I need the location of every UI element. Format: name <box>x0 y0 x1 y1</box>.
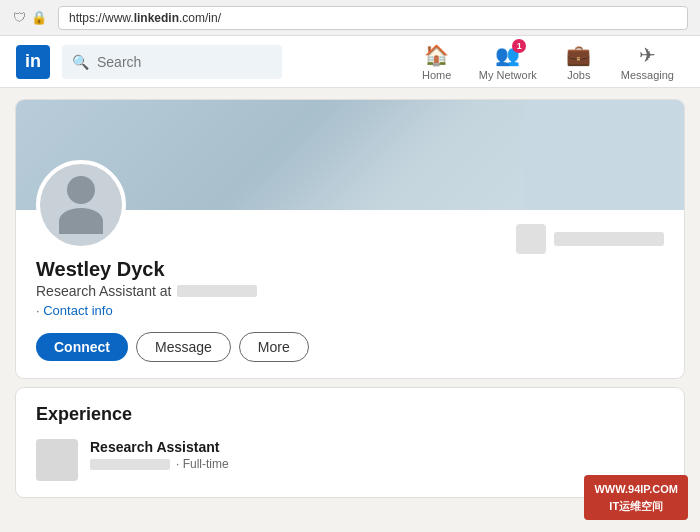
avatar <box>36 160 126 250</box>
lock-icon: 🔒 <box>32 11 46 25</box>
profile-action-placeholder <box>516 224 546 254</box>
profile-lower: Westley Dyck Research Assistant at Conta… <box>16 210 684 378</box>
avatar-head <box>67 176 95 204</box>
search-icon: 🔍 <box>72 54 89 70</box>
search-input[interactable] <box>97 54 257 70</box>
exp-type: · Full-time <box>176 457 229 471</box>
messaging-label: Messaging <box>621 69 674 81</box>
network-label: My Network <box>479 69 537 81</box>
experience-item: Research Assistant · Full-time <box>36 439 664 481</box>
network-icon: 👥 1 <box>495 43 520 67</box>
avatar-inner <box>40 164 122 246</box>
url-text: https://www.linkedin.com/in/ <box>69 11 221 25</box>
exp-company-placeholder <box>90 459 170 470</box>
linkedin-navbar: in 🔍 🏠 Home 👥 1 My Network 💼 Jobs ✈ Mess… <box>0 36 700 88</box>
profile-name: Westley Dyck <box>36 258 664 281</box>
exp-job-title: Research Assistant <box>90 439 229 455</box>
shield-icon: 🛡 <box>12 11 26 25</box>
connect-button[interactable]: Connect <box>36 333 128 361</box>
exp-company-row: · Full-time <box>90 457 229 471</box>
home-label: Home <box>422 69 451 81</box>
avatar-person <box>59 176 103 234</box>
exp-details: Research Assistant · Full-time <box>90 439 229 471</box>
nav-item-network[interactable]: 👥 1 My Network <box>469 43 547 81</box>
more-button[interactable]: More <box>239 332 309 362</box>
company-placeholder <box>177 285 257 297</box>
address-bar[interactable]: https://www.linkedin.com/in/ <box>58 6 688 30</box>
profile-text-placeholder <box>554 232 664 246</box>
contact-info-link[interactable]: Contact info <box>36 303 664 318</box>
message-button[interactable]: Message <box>136 332 231 362</box>
experience-section-title: Experience <box>36 404 664 425</box>
main-content: Westley Dyck Research Assistant at Conta… <box>0 88 700 509</box>
home-icon: 🏠 <box>424 43 449 67</box>
network-badge: 1 <box>512 39 526 53</box>
browser-bar: 🛡 🔒 https://www.linkedin.com/in/ <box>0 0 700 36</box>
banner-accent <box>524 100 684 210</box>
jobs-label: Jobs <box>567 69 590 81</box>
profile-headline: Research Assistant at <box>36 283 664 299</box>
profile-actions: Connect Message More <box>36 332 664 362</box>
nav-item-jobs[interactable]: 💼 Jobs <box>551 43 607 81</box>
nav-right: 🏠 Home 👥 1 My Network 💼 Jobs ✈ Messaging <box>409 43 684 81</box>
watermark: WWW.94IP.COM IT运维空间 <box>584 475 688 520</box>
search-bar[interactable]: 🔍 <box>62 45 282 79</box>
nav-item-home[interactable]: 🏠 Home <box>409 43 465 81</box>
jobs-icon: 💼 <box>566 43 591 67</box>
profile-card: Westley Dyck Research Assistant at Conta… <box>16 100 684 378</box>
exp-company-logo <box>36 439 78 481</box>
profile-header-right <box>516 224 664 254</box>
nav-item-messaging[interactable]: ✈ Messaging <box>611 43 684 81</box>
linkedin-logo[interactable]: in <box>16 45 50 79</box>
avatar-body <box>59 208 103 234</box>
messaging-icon: ✈ <box>639 43 656 67</box>
